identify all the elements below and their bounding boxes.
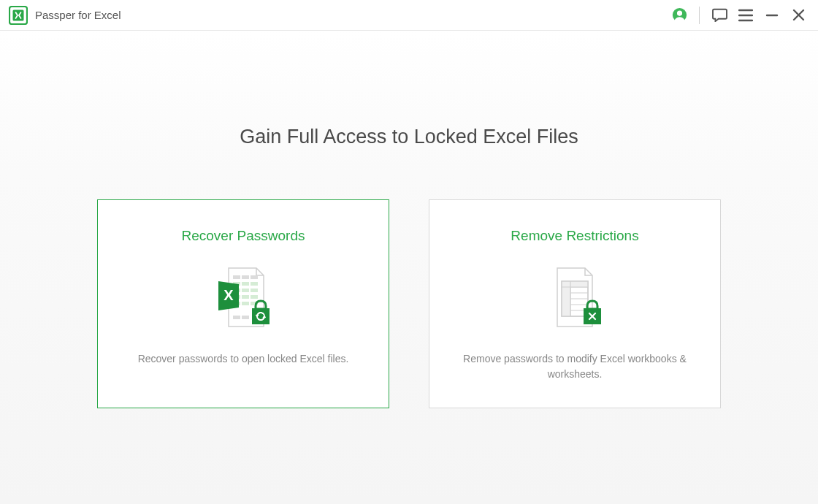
user-icon[interactable] [671, 7, 687, 23]
svg-rect-30 [242, 316, 249, 319]
app-logo-icon [9, 6, 28, 25]
card-description: Remove passwords to modify Excel workboo… [444, 351, 706, 382]
close-icon[interactable] [790, 7, 806, 23]
remove-restrictions-icon [444, 262, 706, 335]
svg-rect-19 [251, 282, 258, 286]
main-content: Gain Full Access to Locked Excel Files R… [0, 31, 818, 504]
svg-rect-22 [251, 289, 258, 292]
recover-passwords-card[interactable]: Recover Passwords [97, 199, 389, 408]
title-left: Passper for Excel [9, 6, 121, 25]
svg-rect-27 [242, 302, 249, 305]
menu-icon[interactable] [738, 7, 754, 23]
divider [699, 7, 700, 24]
svg-rect-41 [562, 281, 588, 287]
svg-rect-21 [242, 289, 249, 292]
titlebar: Passper for Excel [0, 0, 818, 31]
card-title: Recover Passwords [112, 228, 374, 244]
svg-rect-14 [233, 275, 240, 279]
card-title: Remove Restrictions [444, 228, 706, 244]
page-heading: Gain Full Access to Locked Excel Files [0, 126, 818, 148]
recover-passwords-icon: X [112, 262, 374, 335]
svg-rect-16 [251, 275, 258, 279]
title-right [671, 7, 806, 24]
feedback-icon[interactable] [711, 7, 727, 23]
card-description: Recover passwords to open locked Excel f… [112, 351, 374, 367]
card-container: Recover Passwords [0, 199, 818, 408]
svg-rect-32 [252, 308, 270, 324]
svg-rect-25 [251, 295, 258, 299]
svg-rect-15 [242, 275, 249, 279]
svg-rect-18 [242, 282, 249, 286]
svg-rect-29 [233, 316, 240, 319]
app-title: Passper for Excel [35, 9, 121, 21]
svg-rect-24 [242, 295, 249, 299]
svg-text:X: X [223, 287, 234, 303]
minimize-icon[interactable] [764, 7, 780, 23]
remove-restrictions-card[interactable]: Remove Restrictions [429, 199, 721, 408]
svg-point-6 [677, 11, 682, 16]
